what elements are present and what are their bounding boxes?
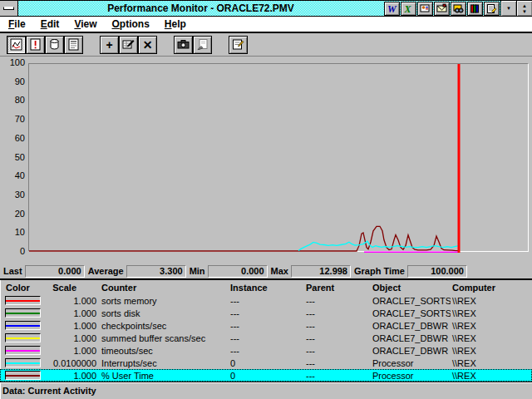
update-now-button[interactable] bbox=[174, 36, 193, 54]
legend-cell-computer: \\REX bbox=[451, 358, 532, 368]
legend-row[interactable]: 0.0100000 Interrupts/sec 0 --- Processor… bbox=[0, 357, 532, 369]
chart-view-icon bbox=[10, 38, 22, 51]
performance-monitor-window: Performance Monitor - ORACLE72.PMV W X bbox=[0, 0, 532, 399]
menu-help[interactable]: Help bbox=[157, 18, 194, 30]
legend-cell-counter: summed buffer scans/sec bbox=[100, 333, 229, 343]
header-instance: Instance bbox=[229, 283, 304, 293]
average-value: 3.300 bbox=[126, 265, 186, 278]
legend-cell-scale: 1.000 bbox=[52, 321, 100, 331]
legend-cell-instance: --- bbox=[229, 308, 304, 318]
legend-cell-parent: --- bbox=[304, 296, 371, 306]
delete-counter-button[interactable]: ✕ bbox=[138, 36, 157, 54]
chart-plot-svg bbox=[29, 64, 530, 253]
value-bar: Last 0.000 Average 3.300 Min 0.000 Max 1… bbox=[0, 264, 532, 279]
log-view-icon bbox=[48, 38, 61, 51]
y-tick-80: 80 bbox=[0, 95, 25, 106]
find-file-icon[interactable] bbox=[451, 2, 466, 16]
y-tick-40: 40 bbox=[0, 170, 25, 181]
chart-view-button[interactable] bbox=[7, 36, 26, 54]
last-label: Last bbox=[3, 266, 22, 276]
legend-row[interactable]: 1.000 sorts memory --- --- ORACLE7_SORTS… bbox=[0, 294, 532, 307]
legend-cell-scale: 0.0100000 bbox=[52, 358, 100, 368]
legend-color-swatch-line bbox=[6, 337, 40, 339]
window-title: Performance Monitor - ORACLE72.PMV bbox=[18, 1, 383, 16]
options-button[interactable] bbox=[229, 36, 248, 54]
y-tick-60: 60 bbox=[0, 133, 25, 144]
report-view-button[interactable] bbox=[64, 36, 83, 54]
legend-color-swatch-line bbox=[6, 325, 40, 327]
legend-cell-counter: timeouts/sec bbox=[100, 346, 229, 356]
bookmark-button[interactable] bbox=[193, 36, 212, 54]
minimize-button[interactable]: ▼ bbox=[500, 1, 516, 16]
legend-row[interactable]: 1.000 sorts disk --- --- ORACLE7_SORTS \… bbox=[0, 307, 532, 319]
bookmark-icon bbox=[196, 38, 209, 51]
restore-down-icon: ▼ bbox=[522, 9, 527, 14]
log-view-button[interactable] bbox=[45, 36, 64, 54]
add-counter-button[interactable]: + bbox=[100, 36, 119, 54]
graph-time-value: 100.000 bbox=[407, 265, 467, 278]
legend-row[interactable]: 1.000 timeouts/sec --- --- ORACLE7_DBWR … bbox=[0, 344, 532, 357]
legend-cell-computer: \\REX bbox=[451, 346, 532, 356]
legend-color-swatch bbox=[5, 358, 41, 367]
y-tick-90: 90 bbox=[0, 76, 25, 87]
header-parent: Parent bbox=[304, 283, 371, 293]
menu-edit[interactable]: Edit bbox=[33, 18, 67, 30]
word-icon[interactable]: W bbox=[384, 2, 400, 16]
y-axis: 1009080706050403020100 bbox=[0, 57, 25, 264]
schedule-icon[interactable] bbox=[484, 2, 500, 16]
options-icon bbox=[232, 38, 244, 51]
status-bar: Data: Current Activity bbox=[0, 382, 532, 399]
legend-cell-parent: --- bbox=[304, 321, 371, 331]
legend-cell-scale: 1.000 bbox=[52, 371, 100, 381]
graph-time-label: Graph Time bbox=[354, 266, 405, 276]
header-color: Color bbox=[0, 283, 52, 293]
legend-color-swatch bbox=[5, 296, 41, 305]
minimize-icon: ▼ bbox=[506, 6, 511, 11]
mail-icon[interactable] bbox=[434, 2, 450, 16]
legend-color-swatch bbox=[5, 321, 41, 330]
x-icon: ✕ bbox=[143, 39, 153, 51]
restore-button[interactable]: ▲▼ bbox=[516, 1, 532, 16]
header-object: Object bbox=[371, 283, 451, 293]
legend-cell-computer: \\REX bbox=[451, 308, 532, 318]
legend-color-swatch bbox=[5, 346, 41, 355]
menu-view[interactable]: View bbox=[66, 18, 104, 30]
chart-area: 1009080706050403020100 bbox=[0, 57, 532, 264]
legend-cell-counter: sorts memory bbox=[100, 296, 229, 306]
y-tick-100: 100 bbox=[0, 57, 25, 68]
legend-row[interactable]: 1.000 checkpoints/sec --- --- ORACLE7_DB… bbox=[0, 319, 532, 332]
menu-file[interactable]: File bbox=[1, 18, 33, 30]
modify-counter-icon bbox=[122, 38, 135, 51]
powerpoint-icon[interactable] bbox=[417, 2, 433, 16]
camera-icon bbox=[177, 38, 190, 51]
system-menu-button[interactable] bbox=[0, 1, 18, 16]
alert-view-button[interactable] bbox=[26, 36, 45, 54]
legend-cell-instance: 0 bbox=[229, 371, 304, 381]
menu-options[interactable]: Options bbox=[105, 18, 157, 30]
excel-icon[interactable]: X bbox=[401, 2, 416, 16]
legend-color-swatch-line bbox=[6, 375, 40, 377]
last-value: 0.000 bbox=[25, 265, 85, 278]
series-user-time bbox=[29, 226, 459, 251]
legend-cell-scale: 1.000 bbox=[52, 296, 100, 306]
legend-color-swatch bbox=[5, 371, 41, 380]
legend-cell-computer: \\REX bbox=[451, 321, 532, 331]
office-binder-icon[interactable] bbox=[467, 2, 483, 16]
legend-cell-parent: --- bbox=[304, 308, 371, 318]
legend-cell-instance: --- bbox=[229, 333, 304, 343]
legend-cell-computer: \\REX bbox=[451, 333, 532, 343]
legend-cell-object: Processor bbox=[371, 371, 451, 381]
max-label: Max bbox=[271, 266, 288, 276]
legend-cell-object: ORACLE7_DBWR bbox=[371, 346, 451, 356]
legend-color-swatch-line bbox=[6, 300, 40, 302]
modify-counter-button[interactable] bbox=[119, 36, 138, 54]
legend-cell-scale: 1.000 bbox=[52, 333, 100, 343]
legend-cell-object: ORACLE7_DBWR bbox=[371, 321, 451, 331]
legend-color-swatch-line bbox=[6, 362, 40, 364]
svg-text:W: W bbox=[387, 3, 397, 14]
legend-row[interactable]: 1.000 summed buffer scans/sec --- --- OR… bbox=[0, 332, 532, 344]
legend-cell-counter: % User Time bbox=[100, 371, 229, 381]
legend-cell-object: ORACLE7_SORTS bbox=[371, 308, 451, 318]
legend-row-selected[interactable]: 1.000 % User Time 0 --- Processor \\REX bbox=[0, 369, 532, 382]
legend-cell-object: ORACLE7_DBWR bbox=[371, 333, 451, 343]
